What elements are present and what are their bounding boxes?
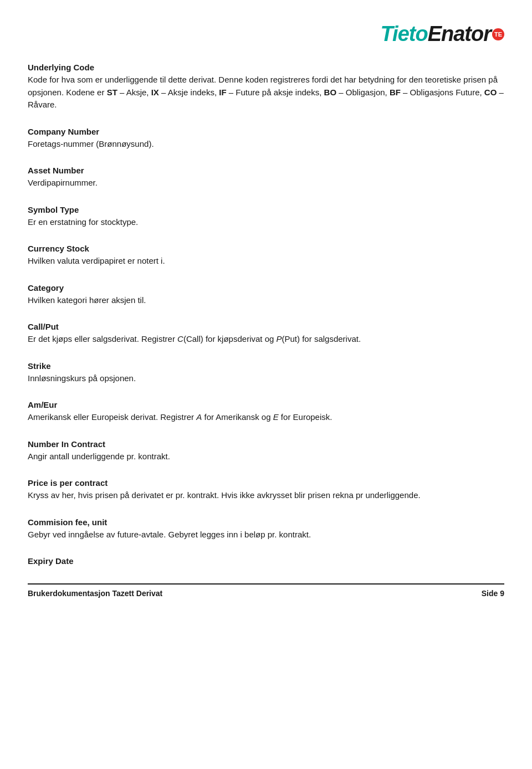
section-body-symbol-type: Er en erstatning for stocktype. [28,216,504,229]
section-underlying-code: Underlying Code Kode for hva som er unde… [28,63,504,111]
section-number-in-contract: Number In Contract Angir antall underlig… [28,439,504,463]
logo-text: TietoEnator [381,22,491,46]
section-title-underlying-code: Underlying Code [28,63,504,72]
section-title-price-is-per-contract: Price is per contract [28,478,504,488]
section-currency-stock: Currency Stock Hvilken valuta verdipapir… [28,244,504,268]
footer-right-text: Side 9 [482,589,504,598]
section-title-commision-fee-unit: Commision fee, unit [28,517,504,527]
section-body-currency-stock: Hvilken valuta verdipapiret er notert i. [28,255,504,268]
section-title-category: Category [28,283,504,293]
section-symbol-type: Symbol Type Er en erstatning for stockty… [28,205,504,229]
section-asset-number: Asset Number Verdipapirnummer. [28,166,504,189]
section-body-commision-fee-unit: Gebyr ved inngåelse av future-avtale. Ge… [28,529,504,541]
section-category: Category Hvilken kategori hører aksjen t… [28,283,504,307]
section-title-company-number: Company Number [28,127,504,136]
section-expiry-date: Expiry Date [28,556,504,566]
section-call-put: Call/Put Er det kjøps eller salgsderivat… [28,322,504,346]
logo-dark-part: Enator [428,22,491,45]
logo-badge: TE [492,28,504,40]
section-body-category: Hvilken kategori hører aksjen til. [28,294,504,307]
section-body-call-put: Er det kjøps eller salgsderivat. Registr… [28,333,504,346]
page-container: TietoEnator TE Underlying Code Kode for … [0,0,532,614]
section-company-number: Company Number Foretags-nummer (Brønnøys… [28,127,504,151]
logo-teal-part: Tieto [381,22,428,45]
section-commision-fee-unit: Commision fee, unit Gebyr ved inngåelse … [28,517,504,541]
section-title-symbol-type: Symbol Type [28,205,504,214]
section-title-am-eur: Am/Eur [28,400,504,409]
section-body-strike: Innløsningskurs på opsjonen. [28,372,504,385]
section-body-price-is-per-contract: Kryss av her, hvis prisen på derivatet e… [28,489,504,502]
section-title-currency-stock: Currency Stock [28,244,504,253]
section-title-expiry-date: Expiry Date [28,556,504,566]
section-body-company-number: Foretags-nummer (Brønnøysund). [28,138,504,151]
section-body-asset-number: Verdipapirnummer. [28,177,504,189]
sections-container: Underlying Code Kode for hva som er unde… [28,63,504,566]
section-body-am-eur: Amerikansk eller Europeisk derivat. Regi… [28,411,504,424]
section-strike: Strike Innløsningskurs på opsjonen. [28,361,504,385]
section-price-is-per-contract: Price is per contract Kryss av her, hvis… [28,478,504,502]
logo-area: TietoEnator TE [28,22,504,46]
section-body-number-in-contract: Angir antall underliggende pr. kontrakt. [28,450,504,463]
logo: TietoEnator TE [381,22,504,46]
footer-left-text: Brukerdokumentasjon Tazett Derivat [28,589,162,598]
section-body-underlying-code: Kode for hva som er underliggende til de… [28,74,504,111]
page-footer: Brukerdokumentasjon Tazett Derivat Side … [28,583,504,598]
section-title-number-in-contract: Number In Contract [28,439,504,449]
section-title-strike: Strike [28,361,504,371]
section-am-eur: Am/Eur Amerikansk eller Europeisk deriva… [28,400,504,424]
section-title-asset-number: Asset Number [28,166,504,175]
section-title-call-put: Call/Put [28,322,504,331]
